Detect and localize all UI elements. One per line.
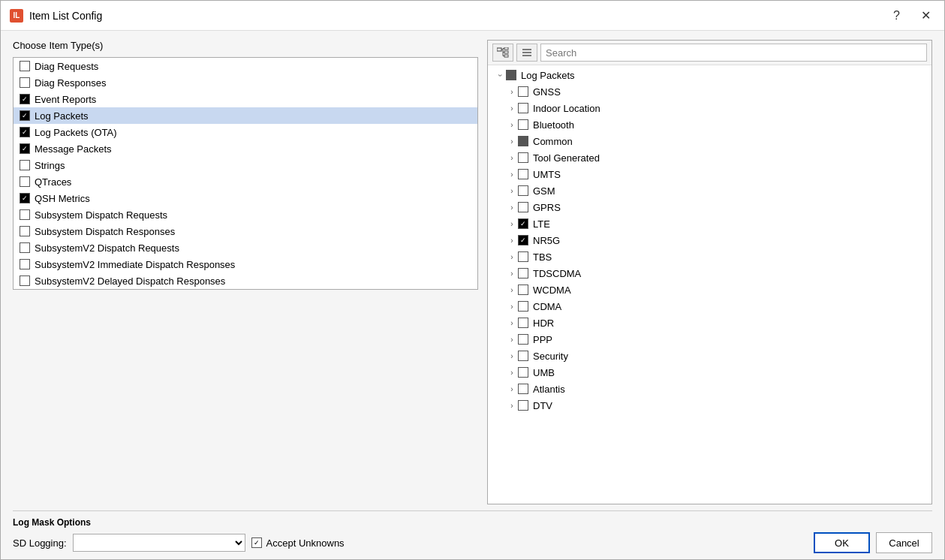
item-checkbox[interactable]: [518, 202, 528, 212]
chevron-icon[interactable]: ›: [496, 69, 504, 81]
tree-item[interactable]: ›Atlantis: [488, 381, 931, 397]
item-checkbox[interactable]: [518, 185, 528, 196]
list-item[interactable]: Subsystem Dispatch Requests: [14, 206, 477, 223]
list-item[interactable]: Strings: [14, 157, 477, 173]
tree-view-button[interactable]: [492, 44, 513, 62]
root-checkbox[interactable]: [506, 70, 516, 80]
item-checkbox[interactable]: [518, 268, 528, 278]
item-checkbox[interactable]: [518, 367, 528, 378]
item-checkbox[interactable]: [518, 103, 528, 113]
chevron-icon[interactable]: ›: [506, 88, 518, 96]
item-checkbox[interactable]: [518, 334, 528, 345]
cancel-button[interactable]: Cancel: [876, 532, 932, 553]
tree-item[interactable]: ›CDMA: [488, 298, 931, 315]
item-checkbox[interactable]: [20, 127, 30, 137]
list-item[interactable]: SubsystemV2 Delayed Dispatch Responses: [14, 272, 477, 289]
item-checkbox[interactable]: [518, 169, 528, 179]
chevron-icon[interactable]: ›: [506, 253, 518, 261]
chevron-icon[interactable]: ›: [506, 385, 518, 393]
tree-item[interactable]: ›Common: [488, 133, 931, 149]
list-item[interactable]: QTraces: [14, 173, 477, 190]
chevron-icon[interactable]: ›: [506, 336, 518, 344]
list-item[interactable]: Diag Requests: [14, 58, 477, 74]
item-checkbox[interactable]: [20, 94, 30, 104]
item-checkbox[interactable]: [20, 275, 30, 286]
item-checkbox[interactable]: [20, 77, 30, 88]
item-checkbox[interactable]: [518, 384, 528, 394]
chevron-icon[interactable]: ›: [506, 236, 518, 245]
chevron-icon[interactable]: ›: [506, 104, 518, 113]
tree-item[interactable]: ›GSM: [488, 182, 931, 199]
tree-item[interactable]: ›Tool Generated: [488, 149, 931, 166]
sd-logging-select[interactable]: [73, 534, 245, 552]
item-checkbox[interactable]: [20, 209, 30, 220]
chevron-icon[interactable]: ›: [506, 121, 518, 129]
item-checkbox[interactable]: [518, 251, 528, 262]
close-button[interactable]: ✕: [916, 7, 935, 24]
item-checkbox[interactable]: [518, 152, 528, 163]
item-checkbox[interactable]: [518, 218, 528, 229]
item-checkbox[interactable]: [20, 193, 30, 203]
item-checkbox[interactable]: [20, 110, 30, 121]
list-item[interactable]: QSH Metrics: [14, 190, 477, 206]
list-item[interactable]: SubsystemV2 Immediate Dispatch Responses: [14, 256, 477, 272]
item-checkbox[interactable]: [20, 160, 30, 170]
item-checkbox[interactable]: [518, 351, 528, 361]
list-item[interactable]: Diag Responses: [14, 74, 477, 91]
chevron-icon[interactable]: ›: [506, 203, 518, 212]
search-input[interactable]: [540, 44, 927, 62]
tree-item[interactable]: ›HDR: [488, 315, 931, 331]
item-checkbox[interactable]: [518, 136, 528, 146]
chevron-icon[interactable]: ›: [506, 319, 518, 327]
tree-item[interactable]: ›LTE: [488, 215, 931, 232]
item-checkbox[interactable]: [518, 318, 528, 328]
item-checkbox[interactable]: [518, 86, 528, 97]
list-item[interactable]: Log Packets: [14, 107, 477, 124]
list-item[interactable]: Message Packets: [14, 140, 477, 157]
chevron-icon[interactable]: ›: [506, 369, 518, 377]
tree-item[interactable]: ›Bluetooth: [488, 116, 931, 133]
list-item[interactable]: SubsystemV2 Dispatch Requests: [14, 239, 477, 256]
tree-item[interactable]: ›Security: [488, 348, 931, 364]
chevron-icon[interactable]: ›: [506, 220, 518, 228]
chevron-icon[interactable]: ›: [506, 303, 518, 311]
chevron-icon[interactable]: ›: [506, 187, 518, 195]
item-checkbox[interactable]: [518, 400, 528, 411]
list-view-button[interactable]: [516, 44, 537, 62]
item-checkbox[interactable]: [518, 119, 528, 130]
tree-item[interactable]: ›GPRS: [488, 199, 931, 215]
tree-item[interactable]: ›GNSS: [488, 83, 931, 100]
item-checkbox[interactable]: [518, 301, 528, 312]
list-item[interactable]: Event Reports: [14, 91, 477, 107]
chevron-icon[interactable]: ›: [506, 154, 518, 162]
chevron-icon[interactable]: ›: [506, 402, 518, 410]
tree-item[interactable]: ›WCDMA: [488, 282, 931, 298]
chevron-icon[interactable]: ›: [506, 286, 518, 294]
list-item[interactable]: Subsystem Dispatch Responses: [14, 223, 477, 239]
item-checkbox[interactable]: [20, 259, 30, 269]
tree-item[interactable]: ›UMTS: [488, 166, 931, 182]
tree-root-item[interactable]: ›Log Packets: [488, 67, 931, 83]
tree-item[interactable]: ›DTV: [488, 397, 931, 414]
item-checkbox[interactable]: [20, 143, 30, 154]
accept-unknowns-checkbox[interactable]: [251, 537, 262, 548]
chevron-icon[interactable]: ›: [506, 137, 518, 146]
tree-item[interactable]: ›Indoor Location: [488, 100, 931, 116]
tree-item[interactable]: ›TBS: [488, 248, 931, 265]
item-checkbox[interactable]: [518, 285, 528, 295]
tree-item[interactable]: ›UMB: [488, 364, 931, 381]
item-checkbox[interactable]: [518, 235, 528, 245]
list-item[interactable]: Log Packets (OTA): [14, 124, 477, 140]
tree-item[interactable]: ›TDSCDMA: [488, 265, 931, 282]
item-checkbox[interactable]: [20, 226, 30, 236]
chevron-icon[interactable]: ›: [506, 170, 518, 179]
help-button[interactable]: ?: [889, 8, 904, 24]
chevron-icon[interactable]: ›: [506, 352, 518, 360]
item-checkbox[interactable]: [20, 242, 30, 253]
ok-button[interactable]: OK: [814, 532, 870, 553]
tree-item[interactable]: ›PPP: [488, 331, 931, 348]
item-checkbox[interactable]: [20, 176, 30, 187]
item-checkbox[interactable]: [20, 61, 30, 71]
tree-item[interactable]: ›NR5G: [488, 232, 931, 248]
chevron-icon[interactable]: ›: [506, 269, 518, 278]
